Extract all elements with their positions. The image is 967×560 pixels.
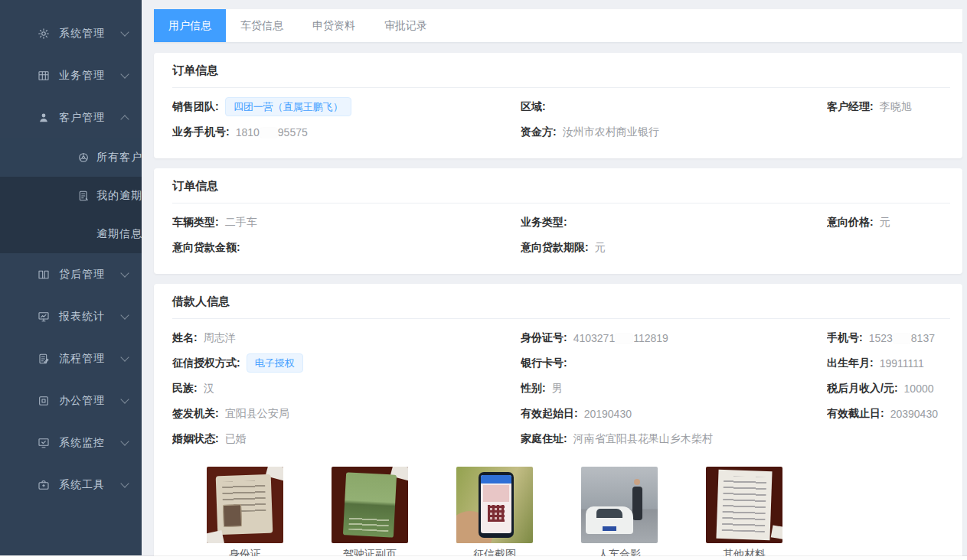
vehicle-order-info-card: 订单信息 车辆类型: 二手车 业务类型: 意向价格: 元 [154,168,962,274]
order-info-card: 订单信息 销售团队: 四团一营（直属王鹏飞） 区域: 客户经理: 李晓旭 [154,53,962,158]
customer-management-submenu: 所有客户 我的逾期 逾期信息 [0,138,142,253]
chevron-down-icon [120,479,129,487]
chevron-down-icon [120,353,129,361]
document-photo-strip: 身份证 驾驶证副页 [207,467,950,560]
tab-user-info[interactable]: 用户信息 [154,9,226,42]
sidebar-item-label: 系统工具 [59,478,122,492]
thumbnail-person-with-car[interactable]: 人车合影 [581,467,658,560]
sidebar-item-label: 报表统计 [59,310,122,324]
green-booklet-photo [332,467,408,543]
photo-detail [632,487,642,520]
sidebar-item-process-management[interactable]: 流程管理 [0,337,142,379]
gear-icon [37,27,50,40]
section-title: 订单信息 [172,179,950,203]
tab-approval-records[interactable]: 审批记录 [370,9,442,42]
photo-detail [348,515,389,532]
sidebar-item-label: 业务管理 [59,69,122,83]
tab-car-loan-info[interactable]: 车贷信息 [226,9,298,42]
photo-detail [481,475,511,483]
sidebar-item-office-management[interactable]: 办公管理 [0,379,142,422]
photo-detail [722,476,766,532]
notebook-icon [77,190,90,203]
sidebar-item-post-loan-management[interactable]: 贷后管理 [0,253,142,295]
tab-loan-application-docs[interactable]: 申贷资料 [298,9,370,42]
redaction-blur [616,334,632,343]
field-credit-auth-method: 征信授权方式: 电子授权 [172,353,521,373]
chevron-down-icon [120,28,129,36]
photo-detail [586,506,633,534]
sidebar-subitem-all-customers[interactable]: 所有客户 [0,138,142,177]
sidebar-item-label: 办公管理 [59,394,122,408]
grid-icon [37,69,50,82]
thumbnail-handwritten-doc[interactable]: 其他材料 [706,467,782,560]
main-content: 用户信息 车贷信息 申贷资料 审批记录 订单信息 销售团队: 四团一营（直属王鹏… [142,0,967,560]
chevron-down-icon [120,70,129,78]
photo-detail [716,470,772,540]
field-valid-to: 有效截止日: 20390430 [827,407,950,421]
sidebar-item-system-tools[interactable]: 系统工具 [0,464,142,506]
thumbnail-driver-license[interactable]: 驾驶证副页 [332,467,408,560]
document-edit-icon [37,352,50,365]
app-window: 系统管理 业务管理 客户管理 所有客户 我的逾期 逾期信息 [0,0,967,560]
sidebar-item-report-statistics[interactable]: 报表统计 [0,295,142,337]
monitor-chart-icon [37,310,50,323]
photo-detail [634,479,640,485]
sidebar-item-customer-management[interactable]: 客户管理 [0,96,142,138]
monitor-check-icon [37,436,50,449]
toolbox-icon [37,478,50,491]
redaction-blur [260,128,277,138]
borrower-info-card: 借款人信息 姓名: 周志洋 身份证号: 4103271112819 手机号: 1… [154,284,962,560]
sidebar-item-system-management[interactable]: 系统管理 [0,12,142,54]
sidebar-item-label: 贷后管理 [59,268,122,282]
id-card-photo [207,467,283,543]
field-mobile: 手机号: 15238137 [827,331,950,345]
field-customer-manager: 客户经理: 李晓旭 [827,100,950,114]
thumbnail-credit-screenshot[interactable]: 征信截图 [456,467,533,560]
photo-detail [479,472,514,538]
sidebar-subitem-my-overdue[interactable]: 我的逾期 [0,177,142,215]
sidebar-item-label: 流程管理 [59,352,122,366]
field-bank-card: 银行卡号: [521,357,827,370]
car-person-photo [581,467,658,543]
phone-screenshot-photo [456,467,533,543]
sidebar-subitem-overdue-info[interactable]: 逾期信息 [0,215,142,253]
field-monthly-income: 税后月收入/元: 10000 [827,382,950,396]
field-vehicle-type: 车辆类型: 二手车 [172,216,521,230]
field-home-address: 家庭住址: 河南省宜阳县花果山乡木柴村 [521,432,827,446]
photo-detail [216,474,273,535]
sidebar-item-label: 客户管理 [59,111,122,125]
e-authorization-tag[interactable]: 电子授权 [247,353,303,373]
open-book-icon [37,268,50,281]
field-intended-loan-term: 意向贷款期限: 元 [521,241,827,255]
field-gender: 性别: 男 [521,382,827,396]
section-title: 订单信息 [172,63,950,88]
field-valid-from: 有效起始日: 20190430 [521,407,827,421]
section-title: 借款人信息 [172,295,950,319]
thumbnail-id-card[interactable]: 身份证 [207,467,283,560]
photo-detail [603,526,616,531]
field-region: 区域: [521,100,827,114]
chevron-down-icon [120,311,129,319]
photo-detail [483,485,509,502]
field-issuing-authority: 签发机关: 宜阳县公安局 [172,407,521,421]
sidebar-item-label: 逾期信息 [96,227,142,241]
photo-detail [771,525,782,539]
window-bottom-edge [0,556,967,560]
sidebar-item-label: 系统监控 [59,436,122,450]
user-icon [37,111,50,124]
field-business-phone: 业务手机号: 181095575 [172,125,521,139]
field-intended-loan-amount: 意向贷款金额: [172,241,521,255]
field-funder: 资金方: 汝州市农村商业银行 [521,125,827,139]
sidebar-item-system-monitor[interactable]: 系统监控 [0,422,142,464]
field-name: 姓名: 周志洋 [172,331,521,345]
box-icon [37,394,50,407]
qr-code [488,505,505,522]
sidebar-item-business-management[interactable]: 业务管理 [0,54,142,96]
wheel-icon [77,151,90,164]
photo-detail [481,475,511,533]
field-birth-date: 出生年月: 19911111 [827,357,950,370]
sales-team-tag[interactable]: 四团一营（直属王鹏飞） [225,97,351,116]
field-marital-status: 婚姻状态: 已婚 [172,432,521,446]
field-intended-price: 意向价格: 元 [827,216,950,230]
field-ethnicity: 民族: 汉 [172,382,521,396]
